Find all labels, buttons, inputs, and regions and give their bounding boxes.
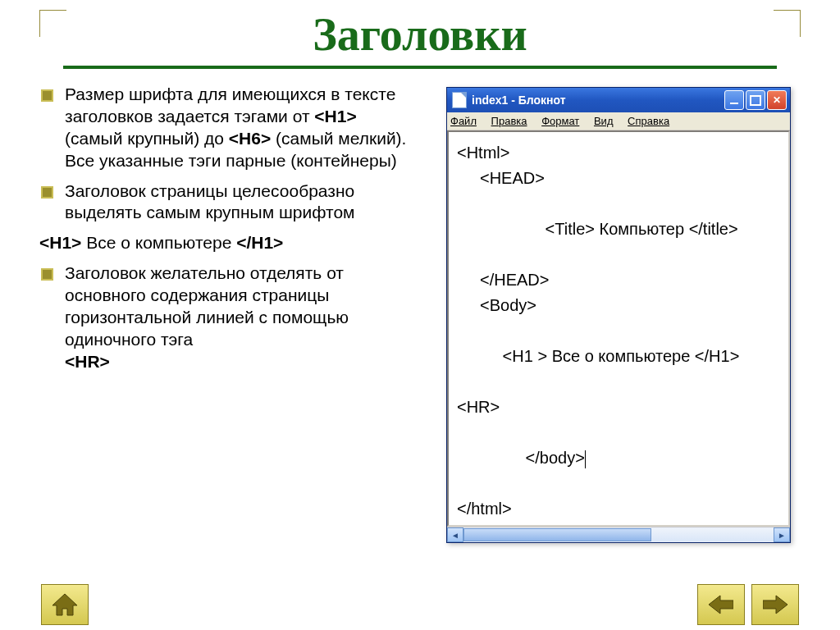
text-cursor [585, 450, 586, 468]
home-button[interactable] [41, 584, 89, 625]
title-underline [63, 66, 777, 69]
code-line: <HR> [457, 395, 783, 420]
window-titlebar[interactable]: index1 - Блокнот ✕ [447, 88, 790, 112]
corner-frame-tl [39, 10, 66, 37]
bullet-text: (самый крупный) до [65, 129, 229, 148]
code-line: </HEAD> [457, 267, 783, 293]
notepad-window: index1 - Блокнот ✕ Файл Правка Формат Ви… [446, 87, 791, 543]
horizontal-scrollbar[interactable]: ◄ ► [447, 527, 790, 542]
svg-marker-2 [763, 596, 788, 614]
code-text: Все о компьютере [86, 233, 236, 252]
bullet-icon [41, 89, 53, 102]
svg-marker-0 [52, 594, 77, 615]
house-icon [51, 592, 79, 617]
code-line: <Html> [457, 140, 783, 166]
menu-view[interactable]: Вид [594, 115, 614, 127]
code-line: <H1 > Все о компьютере </H1> [457, 318, 783, 395]
bullet-item: Заголовок желательно отделять от основно… [34, 262, 412, 372]
code-line: </html> [457, 496, 783, 522]
close-button[interactable]: ✕ [767, 90, 787, 110]
tag-h6: <H6> [229, 129, 271, 148]
svg-marker-1 [709, 596, 733, 614]
arrow-right-icon [763, 594, 788, 615]
corner-frame-tr [774, 10, 801, 37]
scroll-track[interactable] [463, 528, 774, 541]
minimize-button[interactable] [724, 90, 744, 110]
bullet-icon [41, 268, 53, 281]
scroll-right-button[interactable]: ► [774, 527, 790, 542]
menu-edit[interactable]: Правка [491, 115, 527, 127]
document-icon [452, 92, 467, 108]
code-line: <Body> [457, 293, 783, 318]
tag-close: </H1> [236, 233, 283, 252]
tag-hr: <HR> [65, 352, 110, 371]
arrow-left-icon [709, 594, 733, 615]
code-line: <Title> Компьютер </title> [457, 191, 783, 267]
bullet-text: Заголовок желательно отделять от основно… [65, 263, 349, 349]
tag-h1: <H1> [314, 107, 356, 126]
scroll-left-button[interactable]: ◄ [447, 527, 463, 542]
menu-help[interactable]: Справка [628, 115, 669, 127]
maximize-button[interactable] [746, 90, 765, 110]
menu-file[interactable]: Файл [450, 115, 477, 127]
prev-button[interactable] [697, 584, 745, 625]
code-line: </body> [457, 420, 783, 496]
code-line: <HEAD> [457, 166, 783, 191]
scroll-thumb[interactable] [463, 528, 651, 541]
menubar: Файл Правка Формат Вид Справка [447, 112, 790, 130]
menu-format[interactable]: Формат [541, 115, 579, 127]
tag-open: <H1> [39, 233, 81, 252]
bullet-item: Размер шрифта для имеющихся в тексте заг… [34, 84, 412, 172]
bullet-list: Размер шрифта для имеющихся в тексте заг… [34, 84, 412, 543]
window-title: index1 - Блокнот [472, 94, 723, 107]
bullet-icon [41, 186, 53, 199]
editor-body[interactable]: <Html> <HEAD> <Title> Компьютер </title>… [447, 130, 790, 527]
next-button[interactable] [751, 584, 799, 625]
slide-title: Заголовки [0, 8, 840, 61]
bullet-text: Заголовок страницы целесообразно выделят… [65, 180, 412, 225]
bullet-item: Заголовок страницы целесообразно выделят… [34, 180, 412, 225]
code-example: <H1> Все о компьютере </H1> [39, 232, 412, 254]
